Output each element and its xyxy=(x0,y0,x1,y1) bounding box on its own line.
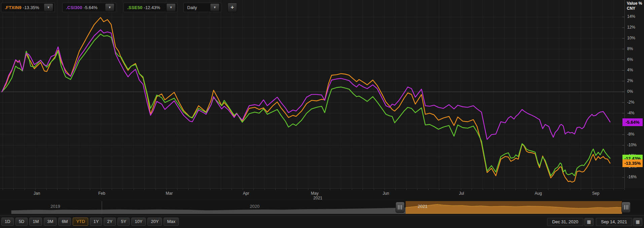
x-tick xyxy=(112,189,112,190)
x-tick xyxy=(68,189,68,190)
instrument-chip-sse50[interactable]: .SSE50 -12.43% ▼ xyxy=(124,3,177,12)
navigator-right-handle[interactable] xyxy=(621,202,631,213)
range-button-1d[interactable]: 1D xyxy=(1,218,14,226)
month-label: Feb xyxy=(98,191,105,196)
range-button-6m[interactable]: 6M xyxy=(58,218,71,226)
y-tick-label: -8% xyxy=(627,132,634,137)
x-tick xyxy=(144,189,145,190)
y-tick-label: 12% xyxy=(627,25,635,30)
month-label: Aug xyxy=(535,191,542,196)
x-tick xyxy=(286,189,286,190)
x-tick xyxy=(199,189,199,190)
price-chart[interactable] xyxy=(0,0,624,188)
x-tick xyxy=(592,189,592,190)
range-button-20y[interactable]: 20Y xyxy=(147,218,162,226)
x-tick xyxy=(3,189,3,190)
x-tick xyxy=(515,189,516,190)
x-tick xyxy=(25,189,25,190)
range-button-max[interactable]: Max xyxy=(164,218,179,226)
x-tick xyxy=(537,189,538,190)
series-line-csi300 xyxy=(2,30,610,140)
x-tick xyxy=(494,189,494,190)
axis-title-line2: CNY xyxy=(627,6,642,11)
x-tick xyxy=(472,189,472,190)
add-series-button[interactable]: + xyxy=(228,3,237,12)
x-tick xyxy=(330,189,330,190)
x-tick xyxy=(35,189,36,190)
instrument-change: -13.35% xyxy=(23,5,39,10)
calendar-icon[interactable]: ▦ xyxy=(584,218,594,226)
range-button-1m[interactable]: 1M xyxy=(29,218,42,226)
instrument-change: -5.64% xyxy=(83,5,97,10)
charting-app: .FTXIN9 -13.35% ▼ .CSI300 -5.64% ▼ .SSE5… xyxy=(0,0,644,228)
chevron-down-icon[interactable]: ▼ xyxy=(105,3,114,11)
x-tick xyxy=(166,189,167,190)
x-tick xyxy=(210,189,210,190)
instrument-ticker: .SSE50 xyxy=(127,5,142,10)
chevron-down-icon[interactable]: ▼ xyxy=(44,3,53,11)
x-tick xyxy=(57,189,58,190)
range-navigator[interactable]: 201920202021 xyxy=(0,201,644,214)
x-tick xyxy=(319,189,319,190)
x-tick xyxy=(79,189,79,190)
x-tick xyxy=(363,189,363,190)
x-tick xyxy=(417,189,417,190)
y-tick-label: -10% xyxy=(627,143,637,147)
interval-select[interactable]: Daily ▼ xyxy=(183,3,221,12)
chevron-down-icon[interactable]: ▼ xyxy=(166,3,176,11)
instrument-ticker: .FTXIN9 xyxy=(5,5,22,10)
x-tick xyxy=(265,189,265,190)
nav-year-label: 2021 xyxy=(418,204,428,209)
date-from-field[interactable]: Dec 31, 2020 xyxy=(547,218,583,226)
time-axis: JanFebMarAprMayJunJulAugSep2021 xyxy=(0,188,624,201)
x-tick xyxy=(428,189,429,190)
x-tick xyxy=(253,189,254,190)
month-label: Apr xyxy=(243,191,249,196)
range-button-5d[interactable]: 5D xyxy=(15,218,28,226)
y-tick-label: 6% xyxy=(627,57,633,62)
month-label: Sep xyxy=(592,191,599,196)
price-label-csi300: -5.64% xyxy=(622,118,643,126)
x-tick xyxy=(450,189,450,190)
chevron-down-icon[interactable]: ▼ xyxy=(210,3,219,11)
navigator-area xyxy=(11,207,406,214)
nav-year-label: 2020 xyxy=(250,204,260,209)
date-to-field[interactable]: Sep 14, 2021 xyxy=(596,218,632,226)
y-tick-label: -2% xyxy=(627,100,634,105)
x-tick xyxy=(395,189,396,190)
x-tick xyxy=(613,189,614,190)
bottom-toolbar: 1D5D1M3M6MYTD1Y2Y5Y10Y20YMax Dec 31, 202… xyxy=(0,215,644,228)
x-tick xyxy=(46,189,47,190)
x-tick xyxy=(177,189,177,190)
x-tick xyxy=(526,189,527,190)
range-button-10y[interactable]: 10Y xyxy=(131,218,146,226)
y-tick-label: 2% xyxy=(627,78,633,83)
x-tick xyxy=(559,189,559,190)
x-tick xyxy=(243,189,243,190)
instrument-chip-csi300[interactable]: .CSI300 -5.64% ▼ xyxy=(62,3,116,12)
range-button-2y[interactable]: 2Y xyxy=(104,218,116,226)
x-tick xyxy=(483,189,483,190)
range-button-3m[interactable]: 3M xyxy=(44,218,57,226)
x-tick xyxy=(504,189,505,190)
axis-title: Value % CNY xyxy=(627,1,642,11)
month-label: Jan xyxy=(34,191,40,196)
x-tick xyxy=(341,189,341,190)
month-label: May xyxy=(311,191,319,196)
month-label: Jun xyxy=(383,191,389,196)
y-tick-label: -4% xyxy=(627,111,634,115)
x-tick xyxy=(221,189,221,190)
nav-year-label: 2019 xyxy=(50,204,60,209)
month-label: Jul xyxy=(459,191,464,196)
x-tick xyxy=(384,189,385,190)
y-tick-label: 0% xyxy=(627,89,633,94)
range-button-ytd[interactable]: YTD xyxy=(73,218,88,226)
instrument-change: -12.43% xyxy=(144,5,160,10)
calendar-icon[interactable]: ▦ xyxy=(633,218,642,226)
instrument-chip-ftxin9[interactable]: .FTXIN9 -13.35% ▼ xyxy=(1,3,55,12)
x-tick xyxy=(570,189,570,190)
range-button-5y[interactable]: 5Y xyxy=(117,218,130,226)
x-tick xyxy=(624,189,625,190)
range-button-1y[interactable]: 1Y xyxy=(90,218,102,226)
navigator-left-handle[interactable] xyxy=(396,202,405,213)
